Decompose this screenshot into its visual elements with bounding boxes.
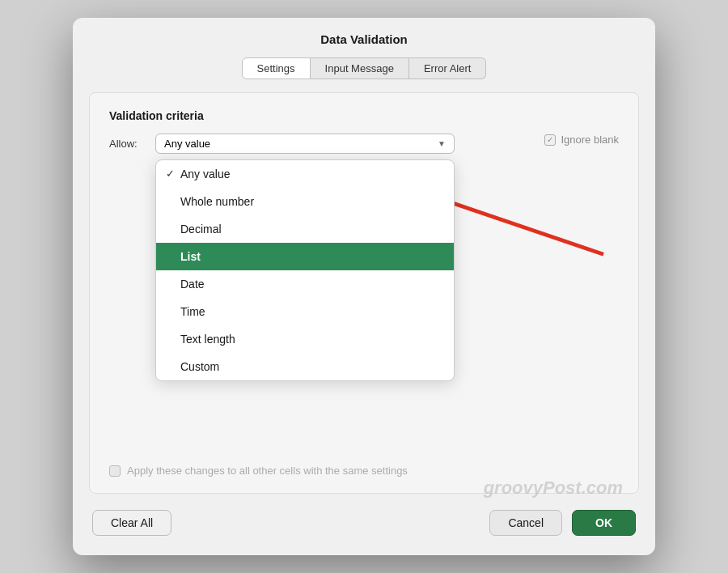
clear-all-button[interactable]: Clear All [92,510,171,536]
dialog-title: Data Validation [73,18,655,57]
data-validation-dialog: Data Validation Settings Input Message E… [73,18,655,555]
apply-changes-label: Apply these changes to all other cells w… [127,465,408,477]
dropdown-item-custom[interactable]: Custom [156,353,454,380]
dialog-body: Validation criteria Allow: Any value ▼ A… [89,92,639,494]
dropdown-item-list[interactable]: List [156,243,454,270]
dropdown-menu: Any value Whole number Decimal List Date… [155,159,455,381]
tab-settings[interactable]: Settings [242,57,311,79]
dialog-footer: Clear All Cancel OK [73,494,655,536]
footer-right-buttons: Cancel OK [489,510,636,536]
dropdown-item-date[interactable]: Date [156,270,454,298]
dropdown-item-any-value[interactable]: Any value [156,160,454,188]
dropdown-item-decimal[interactable]: Decimal [156,215,454,243]
allow-label: Allow: [109,138,146,150]
dropdown-item-whole-number[interactable]: Whole number [156,188,454,215]
dropdown-item-time[interactable]: Time [156,298,454,325]
ok-button[interactable]: OK [572,510,636,536]
cancel-button[interactable]: Cancel [489,510,562,536]
apply-changes-checkbox[interactable] [109,465,121,477]
dropdown-item-text-length[interactable]: Text length [156,325,454,353]
apply-row: Apply these changes to all other cells w… [109,452,619,477]
